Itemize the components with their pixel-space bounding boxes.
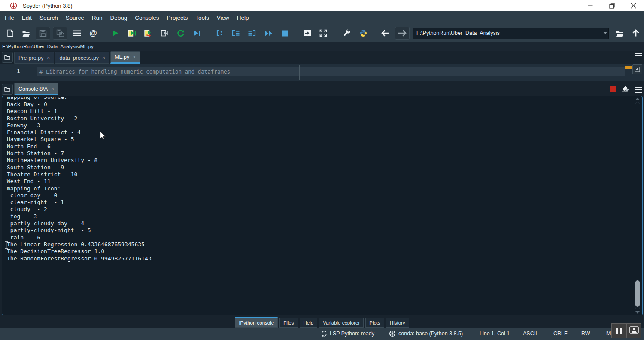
console-output-line: clear-night - 1 (7, 199, 633, 206)
console-lines: Back Bay - 0Beacon Hill - 1Boston Univer… (7, 101, 633, 262)
pause-recording-button[interactable] (611, 323, 626, 338)
browse-consoles-icon[interactable] (2, 84, 13, 95)
console-scrollbar[interactable] (634, 98, 641, 314)
minimize-button[interactable] (580, 0, 601, 11)
close-icon[interactable] (133, 55, 136, 60)
encoding-status: ASCII (523, 331, 537, 337)
debug-file-icon[interactable] (189, 27, 205, 40)
scroll-up-arrow[interactable] (635, 98, 640, 100)
console-tab-label: Console 8/A (18, 86, 48, 92)
restart-kernel-icon[interactable] (173, 27, 189, 40)
chevron-down-icon[interactable] (601, 28, 608, 38)
scrollbar-track[interactable] (635, 102, 640, 309)
new-file-icon[interactable] (2, 27, 18, 40)
stop-debugging-icon[interactable] (276, 27, 293, 40)
editor-tab[interactable]: Pre-pro.py (14, 52, 54, 64)
save-icon[interactable] (36, 27, 50, 40)
pane-tab[interactable]: Help (300, 318, 318, 328)
cursor-position: Line 1, Col 1 (480, 331, 510, 337)
menu-item-help[interactable]: Help (233, 15, 253, 21)
working-directory-combobox[interactable]: F:\PythonRun\Uber_Data_Analysis (413, 28, 609, 39)
pane-tab[interactable]: Variable explorer (319, 318, 364, 328)
pane-tab[interactable]: History (386, 318, 409, 328)
browse-directory-icon[interactable] (611, 27, 628, 40)
editor-pane[interactable]: 1 # Libraries for handling numeric compu… (0, 64, 644, 81)
pane-tab[interactable]: IPython console (235, 317, 278, 328)
rerun-cell-icon[interactable] (156, 27, 173, 40)
run-cell-advance-icon[interactable] (140, 27, 156, 40)
menu-item-search[interactable]: Search (36, 15, 62, 21)
statusbar: LSP Python: ready conda: base (Python 3.… (0, 328, 644, 340)
console-output-line: partly-cloudy-night - 5 (7, 227, 633, 234)
console-output-line: North Station - 7 (7, 150, 633, 157)
browse-tabs-icon[interactable] (2, 52, 13, 63)
symbol-search-icon[interactable] (85, 27, 101, 40)
main-toolbar: F:\PythonRun\Uber_Data_Analysis (0, 25, 644, 42)
editor-tab[interactable]: data_process.py (55, 52, 109, 64)
pane-tab[interactable]: Files (279, 318, 298, 328)
console-tab[interactable]: Console 8/A (14, 83, 58, 95)
editor-options-menu-icon[interactable] (635, 53, 642, 58)
menu-item-source[interactable]: Source (62, 15, 88, 21)
clipped-line: mapping of Source: (7, 97, 633, 101)
python-path-icon[interactable] (355, 27, 371, 40)
memory-status-partial: M (606, 331, 611, 337)
console-options-menu-icon[interactable] (635, 87, 642, 92)
console-output-line: mapping of Icon: (7, 185, 633, 192)
pane-tab[interactable]: Plots (365, 318, 384, 328)
ipython-console-output[interactable]: mapping of Source: Back Bay - 0Beacon Hi… (2, 96, 643, 315)
continue-execution-icon[interactable] (260, 27, 276, 40)
close-icon[interactable] (102, 55, 105, 61)
interrupt-kernel-icon[interactable] (610, 86, 616, 94)
fullscreen-icon[interactable] (315, 27, 331, 40)
clear-console-icon[interactable] (622, 86, 630, 94)
preferences-icon[interactable] (339, 27, 355, 40)
console-output-line: Financial District - 4 (7, 129, 633, 136)
code-line: # Libraries for handling numeric computa… (37, 68, 230, 75)
menu-item-tools[interactable]: Tools (191, 15, 213, 21)
run-file-icon[interactable] (107, 27, 124, 40)
back-icon[interactable] (377, 27, 394, 40)
lsp-status: LSP Python: ready (330, 331, 374, 337)
screenshot-button[interactable] (626, 323, 641, 338)
lsp-sync-icon (321, 330, 328, 337)
step-into-icon[interactable] (228, 27, 244, 40)
close-icon[interactable] (51, 86, 54, 92)
console-output-line: partly-cloudy-day - 4 (7, 220, 633, 227)
warning-flag (625, 66, 632, 69)
console-output-line: Back Bay - 0 (7, 101, 633, 108)
console-content: mapping of Source: Back Bay - 0Beacon Hi… (3, 97, 633, 314)
open-file-icon[interactable] (18, 27, 34, 40)
menu-item-edit[interactable]: Edit (18, 15, 36, 21)
step-over-icon[interactable] (211, 27, 228, 40)
menu-item-debug[interactable]: Debug (106, 15, 131, 21)
scroll-down-arrow[interactable] (635, 311, 640, 314)
console-output-line: Fenway - 3 (7, 122, 633, 129)
split-editor-icon[interactable] (632, 64, 642, 74)
file-switcher-icon[interactable] (69, 27, 85, 40)
console-output-line: cloudy - 2 (7, 206, 633, 213)
close-icon[interactable] (47, 55, 50, 61)
menu-item-consoles[interactable]: Consoles (131, 15, 163, 21)
console-output-line: fog - 3 (7, 213, 633, 220)
parent-directory-icon[interactable] (628, 27, 644, 40)
menu-item-projects[interactable]: Projects (163, 15, 192, 21)
editor-tab[interactable]: ML.py (110, 51, 140, 64)
close-button[interactable] (623, 0, 644, 11)
forward-icon[interactable] (395, 27, 410, 40)
console-output-line: Haymarket Square - 5 (7, 136, 633, 143)
menu-item-run[interactable]: Run (88, 15, 106, 21)
editor-tab-label: Pre-pro.py (18, 55, 43, 61)
scrollbar-thumb[interactable] (635, 280, 640, 307)
maximize-pane-icon[interactable] (299, 27, 315, 40)
editor-tabs: Pre-pro.py data_process.py ML.py (14, 51, 141, 64)
breadcrumb-path: F:\PythonRun\Uber_Data_Analysis\ML.py (2, 44, 94, 49)
restore-button[interactable] (601, 0, 623, 11)
save-all-icon[interactable] (53, 27, 67, 40)
menu-item-view[interactable]: View (213, 15, 233, 21)
menu-item-file[interactable]: File (1, 15, 18, 21)
step-out-icon[interactable] (244, 27, 260, 40)
pane-tab-label: IPython console (239, 320, 274, 325)
run-cell-icon[interactable] (124, 27, 140, 40)
editor-tab-label: ML.py (115, 54, 129, 60)
